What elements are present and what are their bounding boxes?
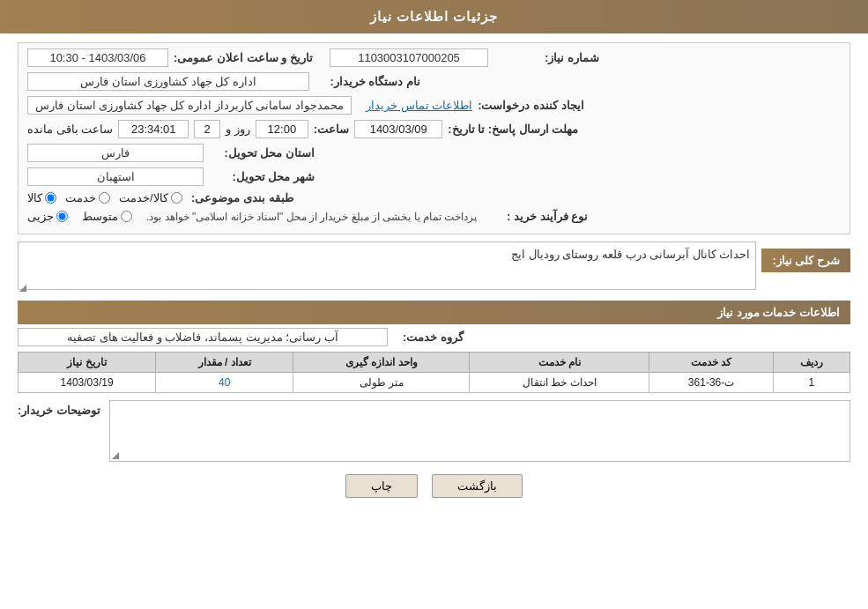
service-table: ردیف کد خدمت نام خدمت واحد اندازه گیری ت…: [18, 352, 850, 393]
service-group-label: گروه خدمت:: [393, 330, 464, 344]
radio-input-kala[interactable]: [45, 192, 56, 204]
service-group-value: آب رسانی؛ مدیریت پسماند، فاضلاب و فعالیت…: [18, 328, 388, 346]
radio-label-khadamat: خدمت: [65, 191, 96, 204]
table-cell: 1403/03/19: [19, 373, 156, 393]
purchase-type-radio-group: پرداخت تمام یا بخشی از مبلغ خریدار از مح…: [27, 210, 477, 223]
notes-resize-corner: [112, 452, 119, 459]
table-cell: 40: [156, 373, 293, 393]
radio-label-jozei: جزیی: [27, 210, 54, 223]
radio-input-jozei[interactable]: [56, 211, 68, 222]
table-cell: احداث خط انتقال: [470, 373, 649, 393]
buyer-org-label: نام دستگاه خریدار:: [315, 75, 420, 88]
header-title: جزئیات اطلاعات نیاز: [370, 9, 498, 24]
buyer-notes-label: توضیحات خریدار:: [18, 400, 100, 417]
category-label: طبقه بندی موضوعی:: [188, 191, 293, 204]
deadline-label: مهلت ارسال پاسخ: تا تاریخ:: [448, 123, 578, 136]
announcement-value: 1403/03/06 - 10:30: [27, 48, 168, 67]
buttons-row: بازگشت چاپ: [18, 474, 850, 498]
province-value: فارس: [27, 144, 204, 162]
radio-motavaset[interactable]: متوسط: [82, 210, 132, 223]
deadline-days-label: روز و: [226, 123, 250, 136]
city-label: شهر محل تحویل:: [209, 170, 315, 183]
contact-link[interactable]: اطلاعات تماس خریدار: [366, 99, 472, 112]
radio-label-kala-khadamat: کالا/خدمت: [119, 191, 168, 204]
content-area: شماره نیاز: 1103003107000205 تاریخ و ساع…: [0, 33, 868, 507]
narration-box: احداث کانال آبرسانی درب قلعه روستای رودب…: [18, 241, 756, 293]
deadline-days-value: 2: [194, 120, 220, 138]
province-row: استان محل تحویل: فارس: [27, 144, 841, 162]
print-button[interactable]: چاپ: [345, 474, 418, 498]
radio-input-kala-khadamat[interactable]: [171, 192, 182, 204]
need-number-row: شماره نیاز: 1103003107000205 تاریخ و ساع…: [27, 48, 841, 67]
need-number-value: 1103003107000205: [330, 48, 488, 67]
deadline-remaining-value: 23:34:01: [118, 120, 189, 138]
col-header-code: کد خدمت: [649, 353, 774, 373]
back-button[interactable]: بازگشت: [432, 474, 523, 498]
radio-kala-khadamat[interactable]: کالا/خدمت: [119, 191, 182, 204]
col-header-row: ردیف: [773, 353, 849, 373]
radio-label-motavaset: متوسط: [82, 210, 118, 223]
basic-info-section: شماره نیاز: 1103003107000205 تاریخ و ساع…: [18, 42, 850, 234]
table-cell: ت-36-361: [649, 373, 774, 393]
table-cell: 1: [773, 373, 849, 393]
table-cell: متر طولی: [293, 373, 470, 393]
col-header-date: تاریخ نیاز: [19, 353, 156, 373]
category-row: طبقه بندی موضوعی: کالا/خدمت خدمت کالا: [27, 191, 841, 204]
buyer-notes-box: [109, 400, 850, 462]
radio-input-motavaset[interactable]: [121, 211, 132, 222]
creator-row: ایجاد کننده درخواست: اطلاعات تماس خریدار…: [27, 96, 841, 115]
service-info-title: اطلاعات خدمات مورد نیاز: [18, 301, 850, 324]
category-radio-group: کالا/خدمت خدمت کالا: [27, 191, 182, 204]
page-header: جزئیات اطلاعات نیاز: [0, 0, 868, 33]
need-number-label: شماره نیاز:: [493, 51, 599, 64]
service-group-row: گروه خدمت: آب رسانی؛ مدیریت پسماند، فاضل…: [18, 328, 850, 346]
col-header-unit: واحد اندازه گیری: [293, 353, 470, 373]
announcement-label: تاریخ و ساعت اعلان عمومی:: [174, 51, 313, 64]
deadline-remaining-label: ساعت باقی مانده: [27, 123, 113, 136]
province-label: استان محل تحویل:: [209, 146, 315, 160]
radio-khadamat[interactable]: خدمت: [65, 191, 110, 204]
purchase-type-label: نوع فرآیند خرید :: [482, 210, 588, 223]
buyer-notes-box-wrapper: [109, 400, 850, 462]
deadline-row: مهلت ارسال پاسخ: تا تاریخ: 1403/03/09 سا…: [27, 120, 841, 138]
narration-value: احداث کانال آبرسانی درب قلعه روستای رودب…: [18, 241, 756, 290]
radio-label-kala: کالا: [27, 191, 42, 204]
col-header-name: نام خدمت: [470, 353, 649, 373]
deadline-time-label: ساعت:: [314, 123, 349, 136]
city-value: استهبان: [27, 167, 204, 186]
radio-input-khadamat[interactable]: [99, 192, 110, 204]
purchase-type-row: نوع فرآیند خرید : پرداخت تمام یا بخشی از…: [27, 210, 841, 223]
radio-kala[interactable]: کالا: [27, 191, 56, 204]
resize-corner: [19, 285, 26, 292]
narration-row: شرح کلی نیاز: احداث کانال آبرسانی درب قل…: [18, 241, 850, 293]
creator-value: محمدجواد سامانی کاربرداز اداره کل جهاد ک…: [27, 96, 352, 115]
creator-label: ایجاد کننده درخواست:: [478, 99, 584, 112]
buyer-notes-section: توضیحات خریدار:: [18, 400, 850, 462]
buyer-org-row: نام دستگاه خریدار: اداره کل جهاد کشاورزی…: [27, 72, 841, 91]
page-wrapper: جزئیات اطلاعات نیاز شماره نیاز: 11030031…: [0, 0, 868, 609]
deadline-time-value: 12:00: [256, 120, 308, 138]
narration-section-title: شرح کلی نیاز:: [761, 249, 850, 272]
radio-jozei[interactable]: جزیی: [27, 210, 68, 223]
table-row: 1ت-36-361احداث خط انتقالمتر طولی401403/0…: [19, 373, 850, 393]
city-row: شهر محل تحویل: استهبان: [27, 167, 841, 186]
col-header-qty: تعداد / مقدار: [156, 353, 293, 373]
deadline-date-value: 1403/03/09: [354, 120, 442, 138]
purchase-type-note: پرداخت تمام یا بخشی از مبلغ خریدار از مح…: [146, 211, 477, 223]
buyer-org-value: اداره کل جهاد کشاورزی استان فارس: [27, 72, 309, 91]
